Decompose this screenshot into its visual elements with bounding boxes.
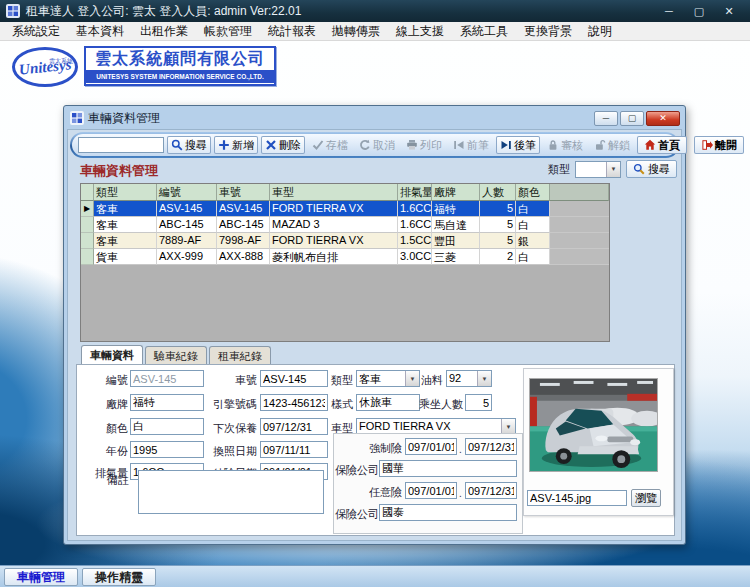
voluntary-to-field[interactable]: [465, 482, 517, 499]
note-field[interactable]: [138, 470, 324, 514]
next-service-label: 下次保養: [197, 421, 257, 436]
vehicle-photo: [529, 378, 658, 472]
menu-online-support[interactable]: 線上支援: [388, 22, 452, 41]
filter-type-combobox[interactable]: ▼: [575, 161, 621, 178]
color-label: 顏色: [79, 421, 128, 436]
dialog-body: 搜尋 新增 刪除 存檔 取消: [67, 129, 682, 541]
print-button[interactable]: 列印: [402, 136, 446, 154]
insurer2-label: 保險公司: [335, 507, 377, 522]
section-header: 車輛資料管理 類型 ▼ 搜尋: [68, 160, 683, 180]
chevron-down-icon[interactable]: ▼: [501, 419, 515, 434]
compulsory-from-field[interactable]: [405, 438, 457, 455]
minimize-button[interactable]: ─: [654, 1, 684, 21]
brand-field[interactable]: [130, 394, 204, 411]
add-button[interactable]: 新增: [214, 136, 258, 154]
taskbar-vehicle-management[interactable]: 車輛管理: [4, 568, 78, 586]
col-no[interactable]: 編號: [157, 184, 217, 201]
color-field[interactable]: [130, 418, 204, 435]
toolbar: 搜尋 新增 刪除 存檔 取消: [70, 132, 679, 158]
menu-voucher[interactable]: 拋轉傳票: [324, 22, 388, 41]
tab-inspection-records[interactable]: 驗車紀錄: [145, 346, 207, 364]
window-title: 租車達人 登入公司: 雲太 登入人員: admin Ver:22.01: [26, 3, 301, 20]
col-displacement[interactable]: 排氣量: [398, 184, 432, 201]
exit-button[interactable]: 離開: [694, 136, 744, 154]
chevron-down-icon[interactable]: ▼: [606, 162, 620, 177]
taskbar-operation-wizard[interactable]: 操作精靈: [82, 568, 156, 586]
home-icon: [644, 139, 656, 151]
lock-icon: [547, 139, 559, 151]
year-label: 年份: [79, 444, 128, 459]
save-button[interactable]: 存檔: [308, 136, 352, 154]
compulsory-to-field[interactable]: [465, 438, 517, 455]
menu-basic-data[interactable]: 基本資料: [68, 22, 132, 41]
menu-rental-ops[interactable]: 出租作業: [132, 22, 196, 41]
table-row[interactable]: 客車 ABC-145 ABC-145 MAZAD 3 1.6CC 馬自達 5 白: [81, 217, 609, 233]
dialog-maximize-button[interactable]: ▢: [620, 111, 644, 126]
fuel-combobox[interactable]: 92▼: [446, 370, 492, 387]
page-title: 車輛資料管理: [80, 162, 158, 180]
col-color[interactable]: 顏色: [516, 184, 550, 201]
unlock-button[interactable]: 解鎖: [590, 136, 634, 154]
insurer2-field[interactable]: [379, 504, 517, 521]
search-icon: [171, 139, 183, 151]
dialog-close-button[interactable]: ✕: [646, 111, 680, 126]
browse-button[interactable]: 瀏覽: [631, 489, 661, 507]
home-button[interactable]: 首頁: [637, 136, 687, 154]
vehicle-table: 類型 編號 車號 車型 排氣量 廠牌 人數 顏色 ▶ 客車 ASV-145 AS…: [80, 183, 610, 342]
voluntary-label: 任意險: [336, 485, 402, 500]
previous-record-button[interactable]: 前筆: [449, 136, 493, 154]
insurer1-label: 保險公司: [335, 463, 377, 478]
maximize-button[interactable]: ▢: [684, 1, 714, 21]
table-header-row: 類型 編號 車號 車型 排氣量 廠牌 人數 顏色: [81, 184, 609, 201]
detail-tabs: 車輛資料 驗車紀錄 租車紀錄: [81, 346, 273, 364]
filter-search-button[interactable]: 搜尋: [626, 160, 677, 178]
table-row[interactable]: ▶ 客車 ASV-145 ASV-145 FORD TIERRA VX 1.6C…: [81, 201, 609, 217]
plus-icon: [218, 139, 230, 151]
undo-icon: [359, 139, 371, 151]
search-button[interactable]: 搜尋: [167, 136, 211, 154]
col-plate[interactable]: 車號: [217, 184, 270, 201]
col-type[interactable]: 類型: [94, 184, 157, 201]
close-button[interactable]: ✕: [714, 1, 744, 21]
no-field[interactable]: [130, 370, 204, 387]
delete-button[interactable]: 刪除: [261, 136, 305, 154]
row-selector-arrow: ▶: [81, 201, 94, 217]
table-row[interactable]: 客車 7889-AF 7998-AF FORD TIERRA VX 1.5CC …: [81, 233, 609, 249]
fuel-label: 油料: [407, 373, 443, 388]
next-record-button[interactable]: 後筆: [496, 136, 540, 154]
note-label: 備註: [89, 473, 129, 488]
dialog-titlebar[interactable]: 車輛資料管理 ─ ▢ ✕: [67, 109, 682, 129]
check-icon: [312, 139, 324, 151]
tab-vehicle-data[interactable]: 車輛資料: [81, 345, 143, 364]
vehicle-photo-panel: 瀏覽: [523, 368, 674, 516]
menu-system-tools[interactable]: 系統工具: [452, 22, 516, 41]
menu-change-background[interactable]: 更換背景: [516, 22, 580, 41]
col-seats[interactable]: 人數: [480, 184, 516, 201]
table-row[interactable]: 貨車 AXX-999 AXX-888 菱利帆布自排 3.0CC 三菱 2 白: [81, 249, 609, 265]
chevron-down-icon[interactable]: ▼: [477, 371, 491, 386]
photo-filename-field[interactable]: [527, 490, 627, 506]
unlock-icon: [594, 139, 606, 151]
vehicle-form: 編號 車號 類型 客車▼ 油料 92▼ 廠牌 引擎號碼 樣式 乘坐人數 顏色: [76, 364, 675, 536]
menu-reports[interactable]: 統計報表: [260, 22, 324, 41]
menu-help[interactable]: 說明: [580, 22, 620, 41]
tab-rental-records[interactable]: 租車紀錄: [209, 346, 271, 364]
cancel-button[interactable]: 取消: [355, 136, 399, 154]
year-field[interactable]: [130, 441, 204, 458]
seats-field[interactable]: [465, 394, 492, 411]
magnifier-icon: [633, 163, 645, 175]
dialog-minimize-button[interactable]: ─: [594, 111, 618, 126]
menu-billing[interactable]: 帳款管理: [196, 22, 260, 41]
license-renew-field[interactable]: [260, 441, 328, 458]
voluntary-from-field[interactable]: [405, 482, 457, 499]
license-renew-label: 換照日期: [197, 444, 257, 459]
col-model[interactable]: 車型: [270, 184, 398, 201]
previous-icon: [453, 139, 465, 151]
company-name-box: 雲太系統顧問有限公司 UNITESYS SYSTEM INFORMATION S…: [84, 46, 276, 86]
company-name-zh: 雲太系統顧問有限公司: [86, 48, 274, 70]
insurer1-field[interactable]: [379, 460, 517, 477]
col-brand[interactable]: 廠牌: [432, 184, 480, 201]
menu-system-settings[interactable]: 系統設定: [4, 22, 68, 41]
approve-button[interactable]: 審核: [543, 136, 587, 154]
toolbar-search-input[interactable]: [78, 137, 164, 153]
